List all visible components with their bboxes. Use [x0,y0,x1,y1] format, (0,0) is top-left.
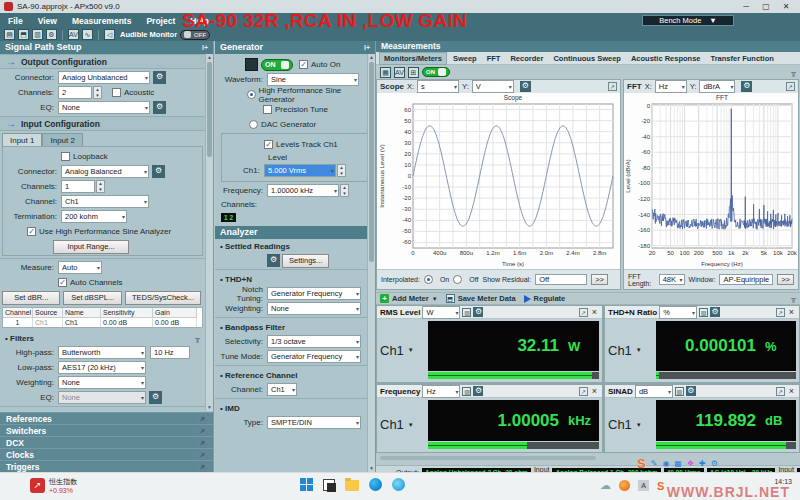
meter-channel-select[interactable]: Ch1▼ [608,400,654,449]
waveform-select[interactable]: Sine [267,73,359,86]
output-config-header[interactable]: →Output Configuration [0,54,205,69]
meter-options-icon[interactable]: ▥ [462,387,471,396]
meter-popout-icon[interactable]: ↗ [579,308,588,317]
acoustic-checkbox[interactable] [112,88,121,97]
add-meter-button[interactable]: +Add Meter▼ [380,294,438,303]
imd-type-select[interactable]: SMPTE/DIN [267,416,361,429]
sogou-icon[interactable]: S [637,456,646,471]
fft-window-input[interactable]: AP-Equiripple [719,274,773,285]
meter-channel-select[interactable]: Ch1▼ [608,321,654,379]
close-button[interactable]: ✕ [776,2,796,11]
tab-recorder[interactable]: Recorder [506,53,547,64]
high-pass-select[interactable]: Butterworth [58,346,146,359]
scope-popout-icon[interactable]: ↗ [608,82,617,91]
frequency-input[interactable]: 1.00000 kHz [267,184,339,197]
input-connector-select[interactable]: Analog Balanced [61,165,149,178]
meters-view-icon[interactable]: ⊞ [408,67,419,78]
fft-y-select[interactable]: dBrA [699,80,735,93]
name-cell[interactable]: Ch1 [63,318,101,327]
scope-x-select[interactable]: s [417,80,459,93]
tab-fft[interactable]: FFT [483,53,505,64]
filters-eq-settings-icon[interactable]: ⚙ [149,391,162,404]
speaker-icon[interactable]: ◁ [104,29,115,40]
popout-icon[interactable]: ↗ [198,438,207,447]
dock-icon[interactable]: I+ [364,41,370,54]
selectivity-select[interactable]: 1/3 octave [267,335,361,348]
tab-acoustic-response[interactable]: Acoustic Response [627,53,705,64]
frequency-stepper[interactable]: ▲▼ [340,184,349,197]
sensitivity-select[interactable]: 0.00 dB [101,318,153,327]
meter-options-icon[interactable]: ▥ [675,387,684,396]
sogou-tray-icon[interactable]: S [657,480,664,492]
analyzer-weighting-select[interactable]: None [267,302,361,315]
firefox-icon[interactable] [619,480,630,491]
generator-scrollbar[interactable]: ▲ ▼ [367,54,375,472]
fft-more-button[interactable]: >> [777,274,794,285]
meter-close-icon[interactable]: × [590,386,599,396]
section-switchers[interactable]: Switchers↗ [0,424,213,436]
taskbar-stock-widget[interactable]: ↗ 恒生指数+0.93% [30,477,77,494]
new-project-icon[interactable]: ▤ [4,29,15,40]
low-pass-select[interactable]: AES17 (20 kHz) [58,361,146,374]
scope-more-button[interactable]: >> [591,274,608,285]
tab-input-2[interactable]: Input 2 [42,133,82,146]
hpsa-checkbox[interactable]: ✓ [27,227,36,236]
regulate-button[interactable]: Regulate [524,294,566,303]
scope-y-select[interactable]: V [472,80,514,93]
pen-icon[interactable]: ✎ [651,459,658,468]
filters-section-title[interactable]: • Filters [5,334,34,343]
dac-generator-radio[interactable] [249,120,258,129]
source-select[interactable]: Ch1 [33,318,63,327]
scope-settings-icon[interactable]: ⚙ [520,81,531,92]
scroll-down-icon[interactable]: ▼ [206,404,213,411]
termination-select[interactable]: 200 kohm [61,210,127,223]
teds-syscheck-button[interactable]: TEDS/SysCheck... [125,291,201,305]
auto-channels-checkbox[interactable]: ✓ [58,278,67,287]
thdn-unit-select[interactable]: % [659,306,697,319]
layout-icon[interactable]: ▦ [380,67,391,78]
save-meter-data-button[interactable]: ⬒Save Meter Data [446,294,516,303]
signal-path-scrollbar[interactable]: ▲ ▼ [205,54,213,411]
frequency-unit-select[interactable]: Hz [422,385,460,398]
tab-input-1[interactable]: Input 1 [2,133,42,146]
meter-popout-icon[interactable]: ↗ [579,387,588,396]
fft-x-select[interactable]: Hz [655,80,687,93]
output-connector-select[interactable]: Analog Unbalanced [58,71,150,84]
meter-channel-select[interactable]: Ch1▼ [380,321,426,379]
cloud-icon[interactable]: ☁ [600,479,611,492]
sinad-unit-select[interactable]: dB [635,385,673,398]
precision-tune-checkbox[interactable] [263,105,272,114]
input-connector-settings-icon[interactable]: ⚙ [152,165,165,178]
fft-settings-icon[interactable]: ⚙ [741,81,752,92]
meter-popout-icon[interactable]: ↗ [776,308,785,317]
meter-settings-icon[interactable]: ⚙ [686,386,696,396]
measure-select[interactable]: Auto [58,261,102,274]
report-icon[interactable]: ▥ [32,29,43,40]
meter-close-icon[interactable]: × [590,307,599,317]
interpolated-on-radio[interactable] [424,275,433,284]
hpsg-radio[interactable] [247,90,256,99]
ch1-level-stepper[interactable]: ▲▼ [337,164,346,177]
output-channels-input[interactable]: 2 [58,86,92,99]
section-dcx[interactable]: DCX↗ [0,436,213,448]
scroll-down-icon[interactable]: ▼ [368,465,375,472]
scroll-up-icon[interactable]: ▲ [206,54,213,61]
tab-continuous-sweep[interactable]: Continuous Sweep [549,53,625,64]
add-icon[interactable]: ✚ [699,459,706,468]
high-pass-freq-input[interactable]: 10 Hz [150,346,190,359]
auto-on-checkbox[interactable]: ✓ [299,60,308,69]
section-clocks[interactable]: Clocks↗ [0,448,213,460]
menu-project[interactable]: Project [146,16,175,26]
output-channels-stepper[interactable]: ▲▼ [93,86,102,99]
mic-icon[interactable]: ◉ [662,459,669,468]
scroll-up-icon[interactable]: ▲ [368,54,375,61]
output-connector-settings-icon[interactable]: ⚙ [153,71,166,84]
levels-track-checkbox[interactable]: ✓ [264,140,273,149]
input-range-button[interactable]: Input Range... [53,240,129,254]
popout-icon[interactable]: ↗ [198,450,207,459]
rms-unit-select[interactable]: W [422,306,460,319]
section-references[interactable]: References↗ [0,412,213,424]
pin-icon[interactable]: ╥ [791,295,796,302]
signal-monitor-icon[interactable]: ∿ [82,29,93,40]
fft-popout-icon[interactable]: ↗ [786,82,795,91]
